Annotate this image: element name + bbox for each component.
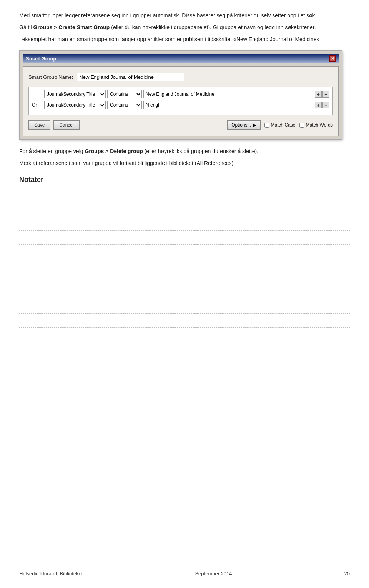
criteria-row2-field-select[interactable]: Journal/Secondary Title — [44, 101, 106, 109]
paragraph-1: Med smartgrupper legger referansene seg … — [19, 12, 350, 20]
paragraph-2: Gå til Groups > Create Smart Group (elle… — [19, 23, 350, 32]
criteria-row-1: Journal/Secondary Title Contains + − — [32, 90, 329, 98]
para2-after: (eller du kan høyreklikke i gruppepanele… — [110, 24, 316, 30]
criteria-row-2: Or Journal/Secondary Title Contains + − — [32, 101, 329, 109]
criteria-row1-condition-select[interactable]: Contains — [107, 90, 142, 98]
paragraph-3: I eksemplet har man en smartgruppe som f… — [19, 35, 350, 43]
note-line — [19, 203, 350, 217]
note-line — [19, 328, 350, 341]
note-lines — [19, 189, 350, 383]
dialog-footer: Save Cancel Options... ▶ Match Case Matc… — [28, 120, 333, 130]
after-p1-bold: Groups > Delete group — [85, 148, 143, 154]
smart-group-name-row: Smart Group Name: — [28, 73, 333, 81]
para2-bold: Groups > Create Smart Group — [33, 24, 110, 30]
smart-group-dialog: Smart Group ✕ Smart Group Name: Journal/… — [19, 50, 342, 140]
page-footer: Helsedirektoratet, Biblioteket September… — [0, 571, 369, 576]
note-line — [19, 189, 350, 203]
criteria-row2-condition-select[interactable]: Contains — [107, 101, 142, 109]
match-case-checkbox[interactable] — [264, 123, 269, 128]
cancel-button[interactable]: Cancel — [53, 120, 79, 130]
criteria-row1-buttons: + − — [315, 91, 329, 98]
footer-left: Helsedirektoratet, Biblioteket — [19, 571, 83, 576]
match-case-label[interactable]: Match Case — [264, 122, 296, 128]
options-button[interactable]: Options... ▶ — [227, 120, 260, 130]
criteria-row2-prefix: Or — [32, 102, 43, 108]
save-button[interactable]: Save — [28, 120, 50, 130]
dialog-footer-right: Options... ▶ Match Case Match Words — [227, 120, 333, 130]
page-number: 20 — [344, 571, 350, 576]
para2-before: Gå til — [19, 24, 33, 30]
note-line — [19, 341, 350, 355]
note-line — [19, 272, 350, 286]
after-p1-before: For å slette en gruppe velg — [19, 148, 85, 154]
match-words-checkbox[interactable] — [299, 123, 304, 128]
dialog-body: Smart Group Name: Journal/Secondary Titl… — [23, 66, 339, 136]
after-dialog-p2: Merk at referansene i som var i gruppa v… — [19, 159, 350, 167]
criteria-row2-add-button[interactable]: + — [315, 102, 322, 108]
dialog-footer-left: Save Cancel — [28, 120, 80, 130]
smart-group-name-label: Smart Group Name: — [28, 74, 73, 80]
note-line — [19, 355, 350, 369]
note-line — [19, 245, 350, 258]
note-line — [19, 369, 350, 383]
criteria-row1-prefix — [32, 92, 43, 97]
options-arrow-icon: ▶ — [253, 122, 256, 128]
note-line — [19, 258, 350, 272]
after-dialog-p1: For å slette en gruppe velg Groups > Del… — [19, 147, 350, 155]
footer-center: September 2014 — [195, 571, 232, 576]
note-line — [19, 300, 350, 314]
criteria-row1-value-input[interactable] — [143, 90, 313, 98]
criteria-row1-remove-button[interactable]: − — [322, 91, 329, 98]
note-line — [19, 286, 350, 300]
dialog-close-button[interactable]: ✕ — [329, 55, 336, 62]
notes-heading: Notater — [19, 176, 350, 184]
dialog-titlebar: Smart Group ✕ — [23, 54, 339, 63]
note-line — [19, 314, 350, 328]
criteria-section: Journal/Secondary Title Contains + − Or — [28, 87, 333, 115]
criteria-row2-value-input[interactable] — [143, 101, 313, 109]
dialog-title: Smart Group — [26, 56, 56, 62]
criteria-row1-add-button[interactable]: + — [315, 91, 322, 98]
criteria-row2-buttons: + − — [315, 102, 329, 108]
after-p1-after: (eller høyreklikk på gruppen du ønsker å… — [143, 148, 258, 154]
criteria-row2-remove-button[interactable]: − — [322, 102, 329, 108]
criteria-row1-field-select[interactable]: Journal/Secondary Title — [44, 90, 106, 98]
smart-group-name-input[interactable] — [77, 73, 184, 81]
note-line — [19, 231, 350, 245]
match-words-label[interactable]: Match Words — [299, 122, 333, 128]
note-line — [19, 217, 350, 231]
